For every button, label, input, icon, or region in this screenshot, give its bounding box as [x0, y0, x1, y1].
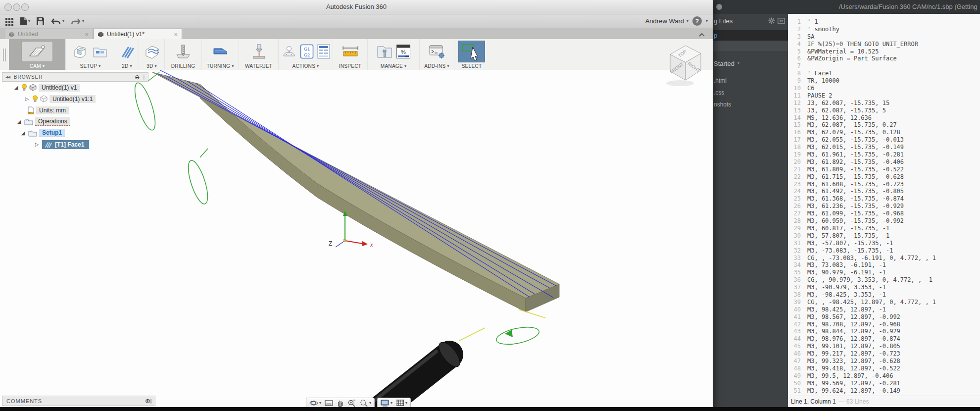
3d-viewport[interactable]: x Z ◀◀ BROWSER ⊖ | ◢ Untitled(1) v — [0, 70, 713, 407]
folder-setup-icon[interactable] — [93, 44, 107, 59]
expand-triangle-icon[interactable]: ◢ — [13, 85, 19, 90]
tool-library-icon[interactable] — [377, 44, 392, 59]
editor-close-button[interactable] — [716, 4, 722, 10]
help-button[interactable]: ? — [692, 16, 702, 26]
collapsed-triangle-icon[interactable]: ▷ — [24, 96, 30, 102]
app-grid-icon[interactable] — [5, 17, 14, 26]
selected-operation[interactable]: [T1] Face1 — [42, 140, 89, 149]
3d-milling-icon[interactable] — [144, 44, 160, 59]
setup-sheet-icon[interactable] — [317, 44, 330, 59]
zoom-window-button[interactable] — [21, 3, 29, 11]
code-line: 22M3, 61.715, -15.735, -0.628 — [788, 173, 980, 181]
code-line: 31M3, -57.807, -15.735, -1 — [788, 240, 980, 247]
simulate-icon[interactable] — [282, 44, 296, 59]
expand-triangle-icon[interactable]: ◢ — [20, 130, 26, 136]
document-cube-icon — [8, 31, 15, 38]
view-cube[interactable]: TOP FRONT RIGHT — [663, 42, 708, 87]
toolbar-grip[interactable] — [0, 39, 9, 70]
pan-button[interactable] — [337, 399, 344, 407]
editor-main[interactable]: 1' 12' smoothy3SA4IF %(25)=0 THEN GOTO U… — [788, 14, 980, 407]
tree-item-label: Units: mm — [36, 106, 69, 114]
tab-untitled-1-v1[interactable]: Untitled(1) v1* × — [93, 29, 182, 39]
user-menu[interactable]: Andrew Ward ▾ — [645, 17, 688, 25]
component-cube-icon — [29, 84, 37, 91]
post-process-icon[interactable]: G1G2 — [300, 44, 314, 59]
code-line: 42M3, 98.708, 12.897, -0.968 — [788, 321, 980, 328]
ribbon-group-select[interactable]: SELECT — [454, 39, 489, 70]
ribbon-group-2d[interactable]: 2D▾ — [115, 39, 139, 70]
display-settings-button[interactable]: ▾ — [381, 399, 392, 407]
file-menu-button[interactable]: ▾ — [20, 17, 30, 26]
caret-icon: ▾ — [155, 64, 157, 68]
working-file-item[interactable] — [713, 41, 788, 51]
code-line: 8' Face1 — [788, 70, 980, 77]
collapse-panel-icon[interactable]: ◀◀ — [5, 75, 10, 79]
browser-panel: ◀◀ BROWSER ⊖ | ◢ Untitled(1) v1 ▷ Untitl… — [2, 72, 148, 150]
visibility-bulb-icon[interactable] — [21, 84, 27, 91]
group-label: SELECT — [462, 63, 482, 69]
tree-item-operations[interactable]: ◢ Operations — [2, 116, 148, 127]
tree-item-setup1[interactable]: ◢ Setup1 — [2, 127, 148, 139]
minimize-panel-icon[interactable]: ⊖ — [135, 74, 140, 81]
working-file-active[interactable]: p — [713, 30, 788, 41]
cursor-position: Line 1, Column 1 — [791, 398, 836, 405]
zoom-button[interactable] — [347, 399, 356, 407]
file-tree-item[interactable]: .css — [713, 87, 788, 99]
gear-icon[interactable] — [768, 17, 775, 24]
workspace-cam-menu[interactable]: CAM▾ — [9, 39, 66, 70]
expand-triangle-icon[interactable]: ◢ — [16, 119, 22, 124]
code-line: 28M3, 60.959, -15.735, -0.992 — [788, 217, 980, 225]
file-tree-item[interactable]: nshots — [713, 99, 788, 110]
orbit-button[interactable]: ▾ — [309, 399, 321, 407]
svg-text:G2: G2 — [303, 52, 309, 57]
cutter-tool — [343, 339, 464, 407]
feeds-speeds-icon[interactable]: % — [396, 44, 411, 59]
ribbon-group-add-ins[interactable]: ADD-INS▾ — [420, 39, 454, 70]
code-line: 20M3, 61.892, -15.735, -0.406 — [788, 158, 980, 166]
split-view-icon[interactable] — [778, 18, 785, 24]
code-lines[interactable]: 1' 12' smoothy3SA4IF %(25)=0 THEN GOTO U… — [788, 14, 980, 394]
ribbon-group-turning[interactable]: TURNING▾ — [202, 39, 239, 70]
tree-item-component[interactable]: ▷ Untitled(1) v1:1 — [2, 93, 148, 104]
look-at-button[interactable] — [325, 400, 333, 407]
project-dropdown[interactable]: Started ▾ — [713, 58, 788, 68]
tree-item-units[interactable]: Units: mm — [2, 104, 148, 116]
ribbon-group-waterjet[interactable]: WATERJET — [239, 39, 279, 70]
collapsed-triangle-icon[interactable]: ▷ — [34, 142, 40, 147]
close-window-button[interactable] — [4, 3, 12, 11]
comments-grip[interactable]: ‖ — [149, 398, 152, 405]
tab-close-icon[interactable]: × — [85, 31, 89, 38]
caret-icon: ▾ — [317, 64, 319, 68]
file-tree-item[interactable]: .html — [713, 75, 788, 87]
undo-button[interactable]: ▾ — [50, 17, 64, 25]
grid-settings-button[interactable]: ▾ — [396, 399, 407, 407]
tree-item-root[interactable]: ◢ Untitled(1) v1 — [2, 82, 148, 93]
collapse-toolbar-chevron-icon[interactable] — [698, 32, 706, 37]
measure-ruler-icon[interactable] — [342, 45, 359, 58]
fit-button[interactable]: ▾ — [359, 399, 371, 407]
comments-bar[interactable]: COMMENTS ⊕ — [2, 396, 155, 406]
ribbon-group-setup[interactable]: SETUP▾ — [66, 39, 115, 70]
visibility-bulb-icon[interactable] — [32, 95, 38, 103]
drill-icon[interactable] — [175, 44, 192, 59]
save-button[interactable] — [36, 17, 45, 25]
tab-untitled[interactable]: Untitled × — [4, 29, 93, 39]
panel-grip[interactable]: | — [143, 74, 145, 80]
tree-item-face1[interactable]: ▷ [T1] Face1 — [2, 139, 148, 150]
ribbon-group-3d[interactable]: 3D▾ — [139, 39, 165, 70]
ribbon-group-actions[interactable]: G1G2 ACTIONS▾ — [279, 39, 333, 70]
ribbon-group-drilling[interactable]: DRILLING — [165, 39, 202, 70]
minimize-window-button[interactable] — [13, 3, 20, 11]
tab-close-icon[interactable]: × — [174, 31, 178, 38]
new-setup-icon[interactable] — [73, 44, 89, 59]
undo-caret-icon: ▾ — [62, 19, 64, 23]
ribbon-group-manage[interactable]: % MANAGE▾ — [368, 39, 420, 70]
waterjet-icon[interactable] — [251, 44, 266, 59]
scripts-addins-icon[interactable] — [429, 44, 445, 59]
turning-icon[interactable] — [212, 45, 229, 58]
2d-milling-icon[interactable] — [120, 44, 135, 59]
caret-icon: ▾ — [43, 64, 45, 68]
browser-header[interactable]: ◀◀ BROWSER ⊖ | — [2, 72, 148, 82]
ribbon-group-inspect[interactable]: INSPECT — [333, 39, 368, 70]
redo-button[interactable]: ▾ — [70, 17, 84, 25]
